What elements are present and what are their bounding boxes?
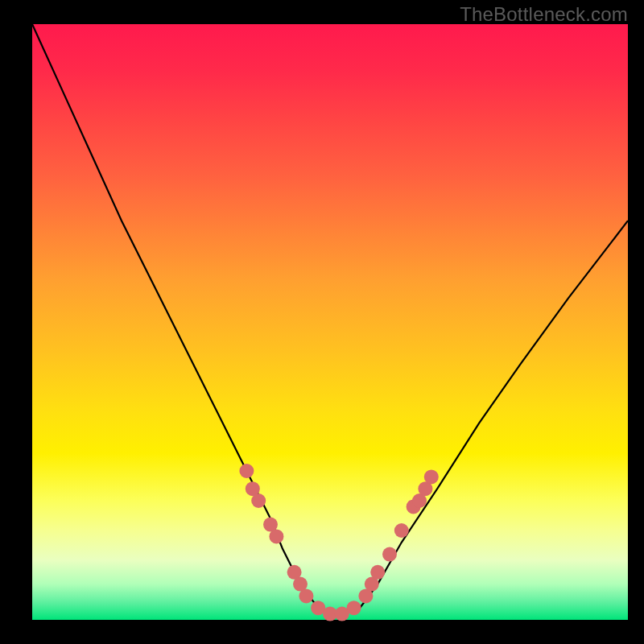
markers-group bbox=[239, 464, 438, 621]
data-marker bbox=[269, 529, 283, 543]
chart-svg bbox=[32, 24, 628, 620]
chart-frame: TheBottleneck.com bbox=[0, 0, 644, 644]
data-marker bbox=[424, 469, 439, 484]
data-marker bbox=[382, 547, 397, 562]
bottleneck-curve bbox=[32, 24, 628, 614]
data-marker bbox=[299, 588, 313, 603]
data-marker bbox=[239, 464, 254, 478]
data-marker bbox=[347, 601, 361, 615]
data-marker bbox=[394, 523, 409, 538]
data-marker bbox=[370, 565, 385, 580]
plot-area bbox=[32, 24, 628, 620]
watermark-text: TheBottleneck.com bbox=[460, 3, 628, 26]
data-marker bbox=[251, 493, 266, 508]
